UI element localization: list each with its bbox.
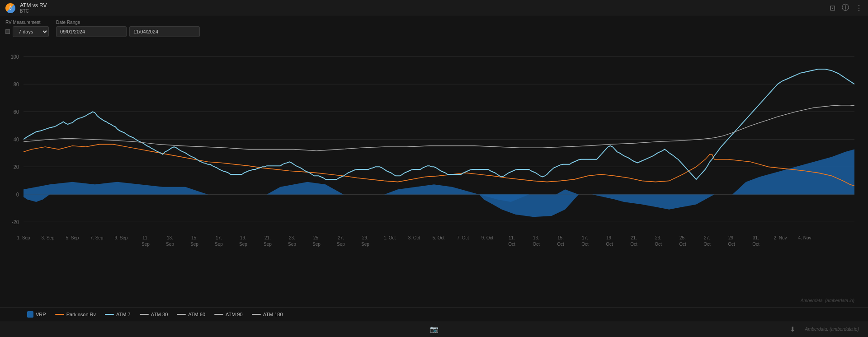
svg-text:Oct: Oct bbox=[655, 241, 662, 247]
watermark: Amberdata. (amberdata.io) bbox=[805, 327, 859, 332]
bookmark-icon[interactable]: ⊡ bbox=[830, 4, 835, 12]
svg-text:Sep: Sep bbox=[142, 241, 150, 247]
svg-text:60: 60 bbox=[14, 108, 19, 115]
svg-text:17.: 17. bbox=[582, 235, 588, 241]
legend-item-atm90: ATM 90 bbox=[214, 312, 243, 317]
date-range-group: Date Range bbox=[56, 20, 200, 37]
svg-text:Sep: Sep bbox=[337, 241, 345, 247]
svg-text:Amberdata. (amberdata.io): Amberdata. (amberdata.io) bbox=[800, 297, 854, 303]
svg-text:Sep: Sep bbox=[312, 241, 321, 247]
svg-text:9. Sep: 9. Sep bbox=[115, 235, 128, 241]
header: ₿ ATM vs RV BTC ⊡ ⓘ ⋮ bbox=[0, 0, 868, 16]
svg-text:1. Sep: 1. Sep bbox=[17, 235, 30, 241]
date-end-input[interactable] bbox=[129, 26, 200, 37]
svg-text:5. Oct: 5. Oct bbox=[433, 235, 445, 241]
svg-text:80: 80 bbox=[14, 81, 19, 87]
svg-text:13.: 13. bbox=[167, 235, 173, 241]
svg-text:Sep: Sep bbox=[264, 241, 272, 247]
vrp-color bbox=[27, 311, 33, 318]
svg-text:27.: 27. bbox=[338, 235, 344, 241]
svg-text:21.: 21. bbox=[631, 235, 637, 241]
svg-text:9. Oct: 9. Oct bbox=[481, 235, 494, 241]
svg-text:20: 20 bbox=[14, 164, 19, 170]
footer-center: 📷 bbox=[430, 325, 439, 333]
svg-text:Oct: Oct bbox=[728, 241, 735, 247]
svg-text:2. Nov: 2. Nov bbox=[774, 235, 788, 241]
app-title: ATM vs RV bbox=[20, 2, 47, 9]
date-start-input[interactable] bbox=[56, 26, 127, 37]
rv-measurement-group: RV Measurement 7 days 14 days 30 days bbox=[5, 20, 49, 37]
svg-text:Sep: Sep bbox=[190, 241, 198, 247]
more-icon[interactable]: ⋮ bbox=[855, 4, 863, 12]
svg-text:40: 40 bbox=[14, 136, 19, 142]
svg-text:Sep: Sep bbox=[239, 241, 247, 247]
svg-text:15.: 15. bbox=[557, 235, 564, 241]
svg-text:3. Oct: 3. Oct bbox=[408, 235, 420, 241]
svg-text:23.: 23. bbox=[655, 235, 661, 241]
svg-text:-20: -20 bbox=[12, 219, 19, 225]
svg-text:Oct: Oct bbox=[679, 241, 686, 247]
svg-text:31.: 31. bbox=[753, 235, 759, 241]
app-subtitle: BTC bbox=[20, 9, 47, 14]
atm7-color bbox=[105, 314, 114, 315]
svg-text:Oct: Oct bbox=[533, 241, 540, 247]
svg-text:29.: 29. bbox=[362, 235, 368, 241]
legend-item-atm60: ATM 60 bbox=[177, 312, 205, 317]
svg-text:5. Sep: 5. Sep bbox=[66, 235, 79, 241]
header-right: ⊡ ⓘ ⋮ bbox=[830, 3, 863, 13]
download-icon[interactable]: ⬇ bbox=[790, 325, 796, 333]
controls: RV Measurement 7 days 14 days 30 days Da… bbox=[0, 16, 868, 40]
atm60-color bbox=[177, 314, 186, 315]
header-left: ₿ ATM vs RV BTC bbox=[5, 2, 47, 14]
atm180-color bbox=[252, 314, 261, 315]
svg-text:1. Oct: 1. Oct bbox=[384, 235, 396, 241]
legend-item-atm7: ATM 7 bbox=[105, 312, 131, 317]
svg-text:21.: 21. bbox=[264, 235, 271, 241]
info-icon[interactable]: ⓘ bbox=[842, 3, 849, 13]
svg-text:Oct: Oct bbox=[557, 241, 564, 247]
date-range-label: Date Range bbox=[56, 20, 200, 25]
legend: VRP Parkinson Rv ATM 7 ATM 30 ATM 60 ATM… bbox=[0, 307, 868, 321]
atm180-label: ATM 180 bbox=[263, 312, 283, 317]
legend-item-atm30: ATM 30 bbox=[140, 312, 168, 317]
svg-text:13.: 13. bbox=[533, 235, 539, 241]
svg-text:100: 100 bbox=[11, 53, 19, 60]
legend-item-parkinson: Parkinson Rv bbox=[55, 312, 96, 317]
rv-measurement-select[interactable]: 7 days 14 days 30 days bbox=[13, 26, 49, 37]
svg-text:11.: 11. bbox=[142, 235, 149, 241]
svg-text:Sep: Sep bbox=[166, 241, 174, 247]
svg-text:23.: 23. bbox=[289, 235, 295, 241]
svg-text:25.: 25. bbox=[679, 235, 686, 241]
svg-text:0: 0 bbox=[16, 191, 19, 197]
atm90-label: ATM 90 bbox=[226, 312, 243, 317]
svg-text:7. Oct: 7. Oct bbox=[457, 235, 469, 241]
svg-rect-1 bbox=[0, 42, 868, 307]
rv-measurement-label: RV Measurement bbox=[5, 20, 49, 25]
logo-icon: ₿ bbox=[5, 3, 15, 13]
title-block: ATM vs RV BTC bbox=[20, 2, 47, 14]
svg-text:Oct: Oct bbox=[606, 241, 613, 247]
footer: 📷 ⬇ Amberdata. (amberdata.io) bbox=[0, 321, 868, 337]
svg-text:Oct: Oct bbox=[752, 241, 760, 247]
svg-text:17.: 17. bbox=[216, 235, 222, 241]
app: ₿ ATM vs RV BTC ⊡ ⓘ ⋮ RV Measurement 7 d… bbox=[0, 0, 868, 337]
chart-container: 100 80 60 40 20 0 -20 bbox=[0, 40, 868, 307]
svg-text:Oct: Oct bbox=[581, 241, 589, 247]
svg-text:29.: 29. bbox=[728, 235, 735, 241]
legend-item-vrp: VRP bbox=[27, 311, 46, 318]
camera-icon[interactable]: 📷 bbox=[430, 325, 439, 333]
svg-text:4. Nov: 4. Nov bbox=[798, 235, 812, 241]
svg-text:Oct: Oct bbox=[508, 241, 515, 247]
atm30-color bbox=[140, 314, 149, 315]
parkinson-label: Parkinson Rv bbox=[66, 312, 96, 317]
atm60-label: ATM 60 bbox=[188, 312, 205, 317]
svg-text:Oct: Oct bbox=[703, 241, 711, 247]
svg-text:25.: 25. bbox=[313, 235, 320, 241]
svg-text:Sep: Sep bbox=[215, 241, 223, 247]
chart-svg: 100 80 60 40 20 0 -20 bbox=[0, 42, 868, 307]
atm30-label: ATM 30 bbox=[151, 312, 168, 317]
svg-text:Sep: Sep bbox=[361, 241, 369, 247]
vrp-label: VRP bbox=[36, 312, 46, 317]
parkinson-color bbox=[55, 314, 64, 315]
rv-checkbox[interactable] bbox=[5, 29, 10, 34]
